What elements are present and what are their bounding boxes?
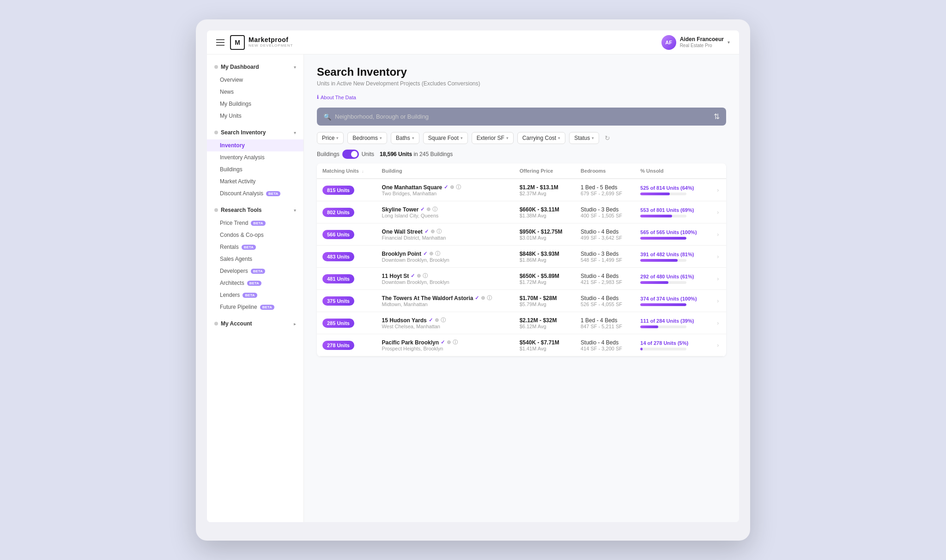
badge-developers: BETA — [251, 269, 265, 274]
price-avg: $1.38M Avg — [520, 213, 570, 218]
table-row[interactable]: 285 Units 15 Hudson Yards ✓ ⊕ ⓘ West Che… — [317, 312, 726, 334]
info-icon[interactable]: ⓘ — [441, 317, 446, 324]
link-icon[interactable]: ⊕ — [481, 295, 485, 301]
row-chevron-icon[interactable]: › — [717, 276, 719, 282]
badge-lenders: BETA — [243, 293, 257, 298]
buildings-units-toggle[interactable] — [342, 150, 359, 159]
user-menu-chevron[interactable]: ▾ — [728, 40, 730, 45]
row-chevron-icon[interactable]: › — [717, 231, 719, 238]
sidebar-item-buildings[interactable]: Buildings — [207, 163, 303, 175]
cell-expand[interactable]: › — [711, 290, 726, 312]
row-chevron-icon[interactable]: › — [717, 320, 719, 326]
info-icon[interactable]: ⓘ — [423, 272, 428, 279]
info-icon[interactable]: ⓘ — [456, 184, 461, 191]
user-info: Aiden Francoeur Real Estate Pro — [680, 36, 724, 48]
sidebar-item-architects[interactable]: ArchitectsBETA — [207, 277, 303, 289]
link-icon[interactable]: ⊕ — [447, 339, 451, 345]
filter-baths[interactable]: Baths ▾ — [391, 132, 419, 144]
refresh-button[interactable]: ↻ — [605, 134, 610, 142]
price-range: $950K - $12.75M — [520, 229, 570, 235]
search-input[interactable] — [335, 113, 714, 120]
cell-unsold: 525 of 814 Units (64%) — [635, 179, 711, 201]
info-icon[interactable]: ⓘ — [435, 250, 440, 257]
info-icon[interactable]: ⓘ — [487, 295, 492, 301]
sidebar-item-inventory-analysis[interactable]: Inventory Analysis — [207, 151, 303, 163]
sidebar-item-market-activity[interactable]: Market Activity — [207, 175, 303, 187]
link-icon[interactable]: ⊕ — [429, 251, 433, 257]
info-icon[interactable]: ⓘ — [437, 228, 442, 235]
section-chevron: ▾ — [294, 208, 296, 213]
table-row[interactable]: 802 Units Skyline Tower ✓ ⊕ ⓘ Long Islan… — [317, 201, 726, 223]
price-range: $1.70M - $28M — [520, 295, 570, 301]
filter-carrying-cost[interactable]: Carrying Cost ▾ — [517, 132, 565, 144]
link-icon[interactable]: ⊕ — [435, 317, 439, 323]
cell-units: 483 Units — [317, 246, 376, 268]
bed-range: 1 Bed - 4 Beds — [581, 317, 629, 324]
cell-price: $950K - $12.75M $3.01M Avg — [514, 223, 575, 246]
table-row[interactable]: 278 Units Pacific Park Brooklyn ✓ ⊕ ⓘ Pr… — [317, 334, 726, 356]
sidebar-item-price-trend[interactable]: Price TrendBETA — [207, 217, 303, 229]
cell-expand[interactable]: › — [711, 201, 726, 223]
cell-unsold: 292 of 480 Units (61%) — [635, 268, 711, 290]
cell-expand[interactable]: › — [711, 246, 726, 268]
sidebar-item-overview[interactable]: Overview — [207, 74, 303, 86]
building-name: Pacific Park Brooklyn ✓ ⊕ ⓘ — [382, 339, 509, 346]
sidebar-section-header[interactable]: Search Inventory ▾ — [207, 126, 303, 139]
link-icon[interactable]: ⊕ — [450, 184, 454, 190]
sidebar-section-header[interactable]: Research Tools ▾ — [207, 203, 303, 217]
table-row[interactable]: 375 Units The Towers At The Waldorf Asto… — [317, 290, 726, 312]
inventory-table: Matching Units ↓BuildingOffering PriceBe… — [317, 163, 726, 356]
sort-arrow: ↓ — [362, 169, 364, 174]
cell-expand[interactable]: › — [711, 223, 726, 246]
cell-bedrooms: Studio - 4 Beds 499 SF - 3,642 SF — [575, 223, 635, 246]
sidebar-section-header[interactable]: My Dashboard ▾ — [207, 60, 303, 74]
sidebar-section-header[interactable]: My Account ▸ — [207, 317, 303, 331]
cell-expand[interactable]: › — [711, 334, 726, 356]
info-icon[interactable]: ⓘ — [453, 339, 458, 346]
filter-price[interactable]: Price ▾ — [317, 132, 344, 144]
building-sub: Financial District, Manhattan — [382, 235, 509, 241]
row-chevron-icon[interactable]: › — [717, 187, 719, 193]
filter-status[interactable]: Status ▾ — [569, 132, 599, 144]
hamburger-menu[interactable] — [216, 39, 224, 46]
building-name: One Manhattan Square ✓ ⊕ ⓘ — [382, 184, 509, 191]
sidebar-item-inventory[interactable]: Inventory — [207, 139, 303, 151]
progress-fill — [640, 259, 678, 262]
topbar: M Marketproof NEW DEVELOPMENT AF Aiden F… — [207, 30, 739, 54]
section-dot — [214, 65, 218, 69]
filter-square-foot[interactable]: Square Foot ▾ — [423, 132, 468, 144]
link-icon[interactable]: ⊕ — [417, 273, 421, 279]
row-chevron-icon[interactable]: › — [717, 342, 719, 349]
sidebar-item-my-units[interactable]: My Units — [207, 110, 303, 122]
sidebar-item-discount-analysis[interactable]: Discount AnalysisBETA — [207, 187, 303, 199]
table-row[interactable]: 566 Units One Wall Street ✓ ⊕ ⓘ Financia… — [317, 223, 726, 246]
sidebar-item-future-pipeline[interactable]: Future PipelineBETA — [207, 301, 303, 313]
table-row[interactable]: 483 Units Brooklyn Point ✓ ⊕ ⓘ Downtown … — [317, 246, 726, 268]
link-icon[interactable]: ⊕ — [431, 229, 435, 235]
sidebar-item-lenders[interactable]: LendersBETA — [207, 289, 303, 301]
cell-expand[interactable]: › — [711, 179, 726, 201]
price-avg: $5.79M Avg — [520, 301, 570, 307]
filter-bedrooms[interactable]: Bedrooms ▾ — [347, 132, 387, 144]
sidebar-item-sales-agents[interactable]: Sales Agents — [207, 253, 303, 265]
unit-badge: 483 Units — [322, 252, 354, 261]
sidebar-item-news[interactable]: News — [207, 86, 303, 98]
filter-exterior-sf[interactable]: Exterior SF ▾ — [472, 132, 514, 144]
about-data-link[interactable]: ℹ About The Data — [317, 94, 356, 100]
cell-bedrooms: Studio - 4 Beds 421 SF - 2,983 SF — [575, 268, 635, 290]
filter-icon[interactable]: ⇅ — [714, 112, 720, 121]
row-chevron-icon[interactable]: › — [717, 298, 719, 304]
sidebar-item-rentals[interactable]: RentalsBETA — [207, 241, 303, 253]
info-icon[interactable]: ⓘ — [432, 206, 437, 213]
sidebar-item-my-buildings[interactable]: My Buildings — [207, 98, 303, 110]
cell-price: $540K - $7.71M $1.41M Avg — [514, 334, 575, 356]
link-icon[interactable]: ⊕ — [426, 206, 431, 212]
cell-expand[interactable]: › — [711, 312, 726, 334]
row-chevron-icon[interactable]: › — [717, 209, 719, 216]
sidebar-item-developers[interactable]: DevelopersBETA — [207, 265, 303, 277]
table-row[interactable]: 815 Units One Manhattan Square ✓ ⊕ ⓘ Two… — [317, 179, 726, 201]
table-row[interactable]: 481 Units 11 Hoyt St ✓ ⊕ ⓘ Downtown Broo… — [317, 268, 726, 290]
row-chevron-icon[interactable]: › — [717, 253, 719, 260]
sidebar-item-condos-&-co-ops[interactable]: Condos & Co-ops — [207, 229, 303, 241]
cell-expand[interactable]: › — [711, 268, 726, 290]
